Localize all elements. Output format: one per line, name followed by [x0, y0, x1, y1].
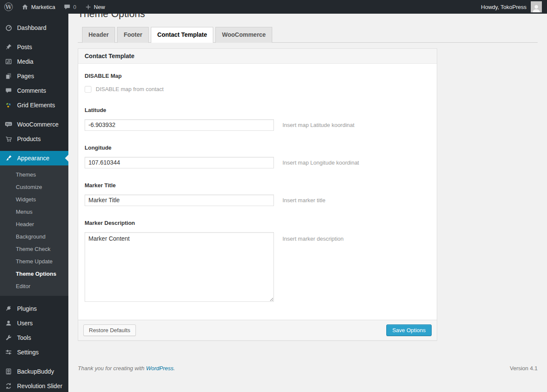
sidebar-item-woocommerce[interactable]: Woo WooCommerce — [0, 117, 68, 132]
sidebar-item-label: Tools — [17, 334, 31, 341]
sidebar-item-label: Grid Elements — [17, 102, 55, 109]
wrench-icon — [4, 334, 13, 341]
admin-bar: W Marketica 0 New Howdy, TokoPress — [0, 0, 547, 14]
brush-icon — [4, 155, 13, 162]
footer-thanks: Thank you for creating with WordPress. — [78, 365, 175, 371]
longitude-input[interactable] — [85, 157, 274, 168]
main-content: Theme Options Header Footer Contact Temp… — [68, 0, 547, 371]
wordpress-logo-menu[interactable]: W — [0, 0, 17, 14]
backupbuddy-icon — [4, 368, 13, 375]
save-options-button[interactable]: Save Options — [386, 324, 432, 336]
settings-sliders-icon — [4, 349, 13, 356]
tab-contact-template[interactable]: Contact Template — [151, 27, 213, 43]
longitude-hint: Insert map Longitude koordinat — [282, 157, 359, 166]
submenu-item-theme-options[interactable]: Theme Options — [0, 268, 68, 280]
submenu-item-editor[interactable]: Editor — [0, 280, 68, 292]
home-icon — [21, 3, 29, 11]
restore-defaults-button[interactable]: Restore Defaults — [83, 324, 136, 336]
latitude-hint: Insert map Latitude koordinat — [282, 119, 354, 128]
sidebar-item-appearance[interactable]: Appearance — [0, 151, 68, 165]
grid-elements-icon — [4, 102, 13, 109]
sidebar-item-grid-elements[interactable]: Grid Elements — [0, 98, 68, 112]
contact-template-panel: Contact Template DISABLE Map DISABLE map… — [78, 48, 437, 341]
sidebar-item-label: Media — [17, 58, 33, 65]
sidebar-item-users[interactable]: Users — [0, 316, 68, 330]
sidebar-item-backupbuddy[interactable]: BackupBuddy — [0, 364, 68, 379]
user-icon — [4, 320, 13, 327]
sidebar-item-products[interactable]: Products — [0, 132, 68, 146]
disable-map-checkbox-label: DISABLE map from contact — [96, 86, 164, 92]
media-icon — [4, 58, 13, 65]
howdy-label: Howdy, TokoPress — [481, 4, 526, 10]
footer-thanks-prefix: Thank you for creating with — [78, 365, 146, 371]
submenu-item-theme-check[interactable]: Theme Check — [0, 243, 68, 255]
marker-title-input[interactable] — [85, 195, 274, 206]
latitude-input[interactable] — [85, 119, 274, 131]
sidebar-item-pages[interactable]: Pages — [0, 69, 68, 83]
comments-menu[interactable]: 0 — [59, 0, 80, 14]
submenu-item-menus[interactable]: Menus — [0, 206, 68, 218]
plus-icon — [85, 4, 91, 10]
disable-map-checkbox[interactable] — [85, 86, 91, 93]
sidebar-item-label: Pages — [17, 73, 34, 80]
sidebar-item-revolution-slider[interactable]: Revolution Slider — [0, 379, 68, 392]
sidebar-item-label: WooCommerce — [17, 121, 59, 128]
pages-icon — [4, 73, 13, 80]
sidebar-item-label: Settings — [17, 349, 39, 356]
sidebar-item-label: Dashboard — [17, 24, 47, 31]
appearance-submenu: Themes Customize Widgets Menus Header Ba… — [0, 165, 68, 296]
sidebar-item-label: Appearance — [17, 155, 50, 162]
sidebar-item-dashboard[interactable]: Dashboard — [0, 21, 68, 35]
comments-icon — [4, 87, 13, 94]
disable-map-label: DISABLE Map — [85, 73, 430, 79]
cart-icon — [4, 136, 13, 143]
howdy-menu[interactable]: Howdy, TokoPress — [480, 0, 527, 14]
footer-version: Version 4.1 — [444, 365, 538, 371]
dashboard-icon — [4, 24, 13, 32]
marker-title-hint: Insert marker title — [282, 195, 325, 203]
sidebar-item-media[interactable]: Media — [0, 54, 68, 69]
marker-description-textarea[interactable]: Marker Content — [85, 232, 274, 302]
marker-title-label: Marker Title — [85, 182, 430, 189]
submenu-item-customize[interactable]: Customize — [0, 181, 68, 193]
avatar[interactable] — [531, 1, 542, 12]
sidebar-item-tools[interactable]: Tools — [0, 330, 68, 345]
submenu-item-theme-update[interactable]: Theme Update — [0, 255, 68, 268]
latitude-label: Latitude — [85, 107, 430, 113]
tab-header[interactable]: Header — [82, 27, 115, 43]
site-name-menu[interactable]: Marketica — [17, 0, 59, 14]
sidebar-item-posts[interactable]: Posts — [0, 40, 68, 54]
sidebar-item-comments[interactable]: Comments — [0, 83, 68, 98]
sidebar-item-settings[interactable]: Settings — [0, 345, 68, 360]
refresh-arrows-icon — [4, 383, 13, 389]
panel-title: Contact Template — [78, 49, 437, 64]
comment-bubble-icon — [64, 3, 71, 10]
longitude-label: Longitude — [85, 144, 430, 151]
pin-icon — [4, 44, 13, 50]
tab-woocommerce[interactable]: WooCommerce — [215, 27, 272, 43]
sidebar-item-plugins[interactable]: Plugins — [0, 301, 68, 316]
submenu-item-background[interactable]: Background — [0, 230, 68, 243]
marker-description-label: Marker Description — [85, 220, 430, 226]
tab-footer[interactable]: Footer — [117, 27, 149, 43]
sidebar-item-label: Posts — [17, 44, 32, 50]
new-label: New — [94, 4, 105, 10]
sidebar-item-label: Revolution Slider — [17, 383, 62, 389]
submenu-item-header[interactable]: Header — [0, 218, 68, 230]
admin-footer: Thank you for creating with WordPress. V… — [78, 365, 437, 371]
submenu-item-themes[interactable]: Themes — [0, 168, 68, 181]
tab-bar: Header Footer Contact Template WooCommer… — [78, 27, 538, 43]
sidebar-item-label: Products — [17, 136, 41, 142]
sidebar-item-label: Users — [17, 320, 33, 327]
wordpress-link[interactable]: WordPress — [146, 365, 174, 371]
plug-icon — [4, 305, 13, 312]
admin-sidebar: Dashboard Posts Media Pages Comments — [0, 14, 68, 392]
svg-text:Woo: Woo — [6, 123, 12, 125]
wordpress-logo-icon: W — [4, 3, 13, 11]
submenu-item-widgets[interactable]: Widgets — [0, 193, 68, 206]
sidebar-item-label: Plugins — [17, 305, 37, 312]
marker-description-hint: Insert marker description — [282, 232, 344, 242]
new-menu[interactable]: New — [81, 0, 109, 14]
footer-thanks-suffix: . — [174, 365, 175, 371]
sidebar-item-label: BackupBuddy — [17, 368, 54, 375]
